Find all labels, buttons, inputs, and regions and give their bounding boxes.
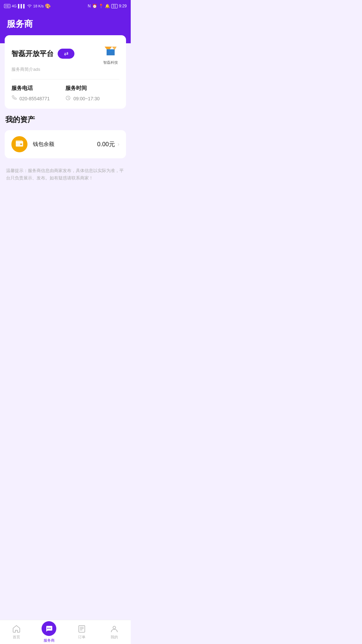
nav-label-service: 服务商 (44, 638, 55, 643)
wallet-icon-wrap (11, 136, 27, 152)
nav-item-orders[interactable]: 订单 (65, 625, 98, 640)
nav-item-mine[interactable]: 我的 (98, 625, 131, 640)
service-phone-value: 020-85548771 (11, 95, 65, 102)
assets-title: 我的资产 (5, 115, 126, 125)
service-chat-icon (45, 625, 53, 633)
service-bubble (42, 621, 56, 636)
home-icon (12, 625, 21, 633)
divider (11, 79, 119, 79)
main-content: 智磊开放平台 ⇄ 智磊科技 服务商简介ads (0, 35, 131, 189)
company-logo (102, 42, 119, 59)
bottom-nav: 首页 服务商 订单 我的 (0, 620, 131, 644)
nav-item-service[interactable]: 服务商 (33, 621, 66, 643)
mute-icon: 🔔 (105, 4, 110, 8)
svg-rect-11 (79, 626, 85, 632)
alarm-icon: ⏰ (92, 4, 97, 8)
company-info-card: 智磊开放平台 ⇄ 智磊科技 服务商简介ads (5, 35, 126, 109)
svg-point-8 (47, 628, 48, 629)
speed-label: 18 K/s (33, 4, 44, 8)
nav-item-home[interactable]: 首页 (0, 625, 33, 640)
phone-icon (11, 95, 17, 102)
svg-point-12 (113, 626, 116, 629)
company-name-wrap: 智磊开放平台 ⇄ (11, 49, 74, 59)
wallet-card[interactable]: 钱包余额 0.00元 › (5, 130, 126, 158)
signal-bars: ▌▌▌ (18, 4, 26, 8)
svg-rect-7 (20, 144, 22, 145)
assets-section: 我的资产 钱包余额 0.00元 › (5, 115, 126, 158)
svg-point-9 (49, 628, 50, 629)
battery-icon: 31 (111, 4, 118, 8)
hd-badge: HD (4, 4, 10, 8)
service-phone-label: 服务电话 (11, 85, 65, 92)
wallet-amount: 0.00元 (97, 140, 115, 148)
company-logo-wrap: 智磊科技 (102, 42, 119, 65)
status-right: N ⏰ 📍 🔔 31 9:29 (88, 4, 127, 8)
company-logo-label: 智磊科技 (103, 60, 118, 65)
service-phone-col: 服务电话 020-85548771 (11, 85, 65, 102)
color-wheel: 🎨 (45, 3, 51, 9)
svg-point-10 (50, 628, 51, 629)
company-desc: 服务商简介ads (11, 66, 119, 72)
exchange-button[interactable]: ⇄ (58, 49, 74, 59)
service-time-value: 09:00~17:30 (65, 95, 119, 102)
location-icon: 📍 (99, 4, 104, 8)
service-hours: 09:00~17:30 (73, 96, 100, 101)
status-left: HD 4G ▌▌▌ 18 K/s 🎨 (4, 3, 51, 9)
nav-label-orders: 订单 (78, 635, 85, 640)
nav-label-home: 首页 (13, 635, 20, 640)
clock-icon (65, 95, 71, 102)
nfc-icon: N (88, 4, 91, 8)
phone-number: 020-85548771 (19, 96, 50, 101)
company-header-row: 智磊开放平台 ⇄ 智磊科技 (11, 42, 119, 65)
orders-icon (77, 625, 86, 633)
signal-4g: 4G (12, 4, 17, 8)
exchange-icon: ⇄ (64, 50, 68, 57)
page-title: 服务商 (7, 18, 124, 30)
service-time-label: 服务时间 (65, 85, 119, 92)
wifi-icon (27, 4, 32, 8)
company-name: 智磊开放平台 (11, 49, 54, 58)
time-label: 9:29 (119, 4, 127, 8)
nav-label-mine: 我的 (111, 635, 118, 640)
mine-icon (110, 625, 119, 633)
service-info-row: 服务电话 020-85548771 服务时间 (11, 85, 119, 102)
status-bar: HD 4G ▌▌▌ 18 K/s 🎨 N ⏰ 📍 🔔 31 9:29 (0, 0, 131, 12)
wallet-icon (15, 140, 23, 149)
svg-rect-6 (16, 141, 23, 143)
wallet-arrow-icon: › (118, 141, 119, 147)
wallet-label: 钱包余额 (33, 141, 97, 148)
service-time-col: 服务时间 09:00~17:30 (65, 85, 119, 102)
notice-text: 温馨提示：服务商信息由商家发布，具体信息以实际为准，平台只负责展示、发布。如有疑… (5, 164, 126, 189)
